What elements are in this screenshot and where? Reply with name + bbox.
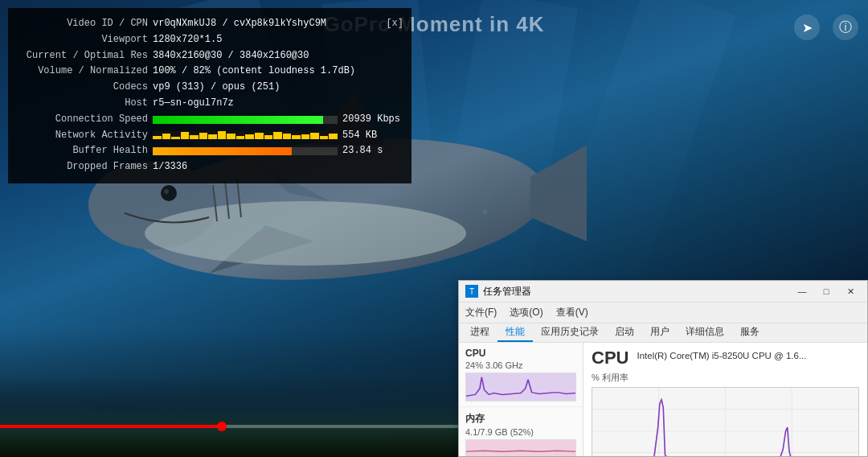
tm-cpu-graph bbox=[592, 387, 859, 456]
label-host: Host bbox=[19, 96, 148, 112]
info-row-host: Host r5—sn-ogul7n7z bbox=[19, 96, 400, 112]
info-row-buffer-health: Buffer Health 23.84 s bbox=[19, 143, 400, 159]
label-codecs: Codecs bbox=[19, 80, 148, 96]
value-network-activity: 554 KB bbox=[342, 128, 377, 144]
info-button[interactable]: ⓘ bbox=[833, 14, 858, 40]
task-manager-tabs: 进程 性能 应用历史记录 启动 用户 详细信息 服务 bbox=[459, 323, 867, 343]
label-connection-speed: Connection Speed bbox=[19, 112, 148, 128]
tm-resource-list: CPU 24% 3.06 GHz 内存 4.1/7.9 GB (52%) bbox=[459, 343, 583, 456]
info-row-dropped-frames: Dropped Frames 1/3336 bbox=[19, 159, 400, 175]
network-activity-bar-fill bbox=[153, 131, 338, 139]
tm-memory-detail: 4.1/7.9 GB (52%) bbox=[465, 427, 576, 437]
menu-file[interactable]: 文件(F) bbox=[464, 304, 498, 321]
value-host: r5—sn-ogul7n7z bbox=[153, 96, 234, 112]
task-manager-body: CPU 24% 3.06 GHz 内存 4.1/7.9 GB (52%) bbox=[459, 343, 867, 456]
tm-cpu-model-name: Intel(R) Core(TM) i5-8250U CPU @ 1.6... bbox=[637, 351, 806, 360]
task-manager-title: 任务管理器 bbox=[483, 285, 792, 298]
tm-cpu-detail: 24% 3.06 GHz bbox=[465, 360, 576, 370]
tm-resource-cpu[interactable]: CPU 24% 3.06 GHz bbox=[459, 343, 583, 407]
connection-speed-bar-container: 20939 Kbps bbox=[153, 114, 400, 126]
info-row-videoid: Video ID / CPN vr0qNXmkUJ8 / cvXp8k9lkYs… bbox=[19, 16, 400, 32]
minimize-button[interactable]: — bbox=[792, 284, 813, 298]
share-button[interactable]: ➤ bbox=[794, 14, 820, 40]
info-row-viewport: Viewport 1280x720*1.5 bbox=[19, 32, 400, 48]
network-activity-bar-track bbox=[153, 131, 338, 139]
buffer-health-bar-container: 23.84 s bbox=[153, 146, 383, 157]
value-codecs: vp9 (313) / opus (251) bbox=[153, 80, 280, 96]
svg-point-7 bbox=[161, 185, 177, 201]
top-right-actions: ➤ ⓘ bbox=[794, 14, 858, 40]
label-res: Current / Optimal Res bbox=[19, 48, 148, 64]
tm-memory-name-label: 内存 bbox=[465, 412, 576, 426]
tm-cpu-header: CPU Intel(R) Core(TM) i5-8250U CPU @ 1.6… bbox=[592, 348, 859, 368]
task-manager-menu: 文件(F) 选项(O) 查看(V) bbox=[459, 303, 867, 323]
info-row-connection-speed: Connection Speed 20939 Kbps bbox=[19, 112, 400, 128]
tm-memory-mini-graph bbox=[465, 439, 576, 456]
tm-cpu-name-label: CPU bbox=[465, 348, 576, 359]
info-row-codecs: Codecs vp9 (313) / opus (251) bbox=[19, 80, 400, 96]
info-row-volume: Volume / Normalized 100% / 82% (content … bbox=[19, 64, 400, 80]
value-connection-speed: 20939 Kbps bbox=[342, 112, 400, 128]
svg-marker-2 bbox=[530, 145, 587, 241]
menu-options[interactable]: 选项(O) bbox=[508, 304, 544, 321]
info-row-network-activity: Network Activity bbox=[19, 128, 400, 144]
panel-close-button[interactable]: [x] bbox=[386, 16, 403, 32]
value-buffer-health: 23.84 s bbox=[342, 143, 383, 159]
tm-cpu-mini-graph bbox=[465, 373, 576, 401]
label-videoid: Video ID / CPN bbox=[19, 16, 148, 32]
tm-resource-memory[interactable]: 内存 4.1/7.9 GB (52%) bbox=[459, 407, 583, 456]
network-activity-bar-container: 554 KB bbox=[153, 130, 377, 141]
label-volume: Volume / Normalized bbox=[19, 64, 148, 80]
label-network-activity: Network Activity bbox=[19, 128, 148, 144]
value-viewport: 1280x720*1.5 bbox=[153, 32, 222, 48]
maximize-button[interactable]: □ bbox=[816, 284, 837, 298]
label-dropped-frames: Dropped Frames bbox=[19, 159, 148, 175]
info-row-res: Current / Optimal Res 3840x2160@30 / 384… bbox=[19, 48, 400, 64]
connection-speed-bar-fill bbox=[153, 116, 323, 124]
tm-cpu-detail-panel: CPU Intel(R) Core(TM) i5-8250U CPU @ 1.6… bbox=[583, 343, 867, 456]
value-videoid: vr0qNXmkUJ8 / cvXp8k9lkYshyC9M bbox=[153, 16, 326, 32]
tm-cpu-section-label: CPU bbox=[592, 348, 628, 368]
connection-speed-bar-track bbox=[153, 116, 338, 124]
label-buffer-health: Buffer Health bbox=[19, 143, 148, 159]
tab-details[interactable]: 详细信息 bbox=[678, 323, 732, 342]
value-volume: 100% / 82% (content loudness 1.7dB) bbox=[153, 64, 355, 80]
tab-process[interactable]: 进程 bbox=[462, 323, 497, 342]
tm-cpu-util-label: % 利用率 bbox=[592, 372, 859, 384]
value-res: 3840x2160@30 / 3840x2160@30 bbox=[153, 48, 309, 64]
svg-point-8 bbox=[164, 189, 169, 194]
close-button[interactable]: ✕ bbox=[840, 284, 861, 298]
task-manager-window: T 任务管理器 — □ ✕ 文件(F) 选项(O) 查看(V) 进程 性能 应用… bbox=[458, 280, 868, 457]
value-dropped-frames: 1/3336 bbox=[153, 159, 187, 175]
tab-users[interactable]: 用户 bbox=[642, 323, 678, 342]
video-stats-panel: [x] Video ID / CPN vr0qNXmkUJ8 / cvXp8k9… bbox=[8, 8, 411, 183]
buffer-health-bar-fill bbox=[153, 147, 292, 155]
tab-app-history[interactable]: 应用历史记录 bbox=[533, 323, 607, 342]
buffer-health-bar-track bbox=[153, 147, 338, 155]
tab-startup[interactable]: 启动 bbox=[607, 323, 642, 342]
task-manager-titlebar: T 任务管理器 — □ ✕ bbox=[459, 281, 867, 303]
network-spikes bbox=[153, 131, 338, 139]
label-viewport: Viewport bbox=[19, 32, 148, 48]
tab-services[interactable]: 服务 bbox=[732, 323, 768, 342]
tab-performance[interactable]: 性能 bbox=[497, 323, 533, 342]
task-manager-icon: T bbox=[465, 285, 478, 298]
menu-view[interactable]: 查看(V) bbox=[555, 304, 590, 321]
window-controls: — □ ✕ bbox=[792, 284, 861, 298]
